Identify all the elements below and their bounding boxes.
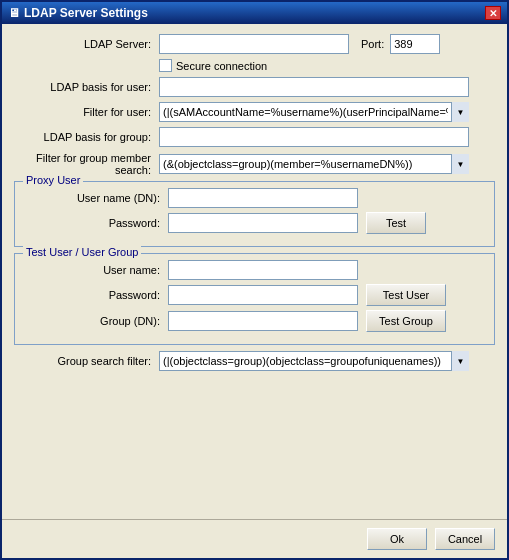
ldap-basis-user-label: LDAP basis for user: — [14, 81, 159, 93]
filter-user-row: Filter for user: ▼ — [14, 102, 495, 122]
filter-user-label: Filter for user: — [14, 106, 159, 118]
window-title: LDAP Server Settings — [24, 6, 148, 20]
test-password-row: Password: Test User — [23, 284, 486, 306]
ldap-basis-group-input[interactable] — [159, 127, 469, 147]
test-username-input[interactable] — [168, 260, 358, 280]
secure-checkbox[interactable] — [159, 59, 172, 72]
test-group-row: Group (DN): Test Group — [23, 310, 486, 332]
filter-group-dropdown-wrapper: ▼ — [159, 154, 469, 174]
ldap-basis-group-row: LDAP basis for group: — [14, 127, 495, 147]
test-group-label: Group (DN): — [23, 315, 168, 327]
filter-group-input[interactable] — [159, 154, 469, 174]
proxy-password-input[interactable] — [168, 213, 358, 233]
test-password-input[interactable] — [168, 285, 358, 305]
proxy-user-group-label: Proxy User — [23, 174, 83, 186]
group-search-input[interactable] — [159, 351, 469, 371]
proxy-password-row: Password: Test — [23, 212, 486, 234]
ldap-basis-group-label: LDAP basis for group: — [14, 131, 159, 143]
test-user-button[interactable]: Test User — [366, 284, 446, 306]
title-bar-text: 🖥 LDAP Server Settings — [8, 6, 148, 20]
group-search-row: Group search filter: ▼ — [14, 351, 495, 371]
ldap-server-row: LDAP Server: Port: — [14, 34, 495, 54]
test-username-label: User name: — [23, 264, 168, 276]
port-input[interactable] — [390, 34, 440, 54]
secure-label: Secure connection — [176, 60, 267, 72]
port-label: Port: — [361, 38, 384, 50]
ldap-server-input[interactable] — [159, 34, 349, 54]
group-search-label: Group search filter: — [14, 355, 159, 367]
proxy-password-label: Password: — [23, 217, 168, 229]
secure-row: Secure connection — [159, 59, 495, 72]
close-button[interactable]: ✕ — [485, 6, 501, 20]
filter-user-input[interactable] — [159, 102, 469, 122]
test-group-input[interactable] — [168, 311, 358, 331]
filter-group-dropdown-arrow[interactable]: ▼ — [451, 154, 469, 174]
proxy-test-button[interactable]: Test — [366, 212, 426, 234]
form-content: LDAP Server: Port: Secure connection LDA… — [2, 24, 507, 519]
group-search-dropdown-arrow[interactable]: ▼ — [451, 351, 469, 371]
ldap-basis-user-input[interactable] — [159, 77, 469, 97]
filter-user-dropdown-wrapper: ▼ — [159, 102, 469, 122]
test-password-label: Password: — [23, 289, 168, 301]
ldap-server-label: LDAP Server: — [14, 38, 159, 50]
test-username-row: User name: — [23, 260, 486, 280]
ok-button[interactable]: Ok — [367, 528, 427, 550]
ldap-basis-user-row: LDAP basis for user: — [14, 77, 495, 97]
test-group-button[interactable]: Test Group — [366, 310, 446, 332]
proxy-username-input[interactable] — [168, 188, 358, 208]
test-user-group-label: Test User / User Group — [23, 246, 141, 258]
ldap-settings-window: 🖥 LDAP Server Settings ✕ LDAP Server: Po… — [0, 0, 509, 560]
title-bar: 🖥 LDAP Server Settings ✕ — [2, 2, 507, 24]
server-row: Port: — [159, 34, 440, 54]
filter-group-label: Filter for group member search: — [14, 152, 159, 176]
proxy-user-group: Proxy User User name (DN): Password: Tes… — [14, 181, 495, 247]
footer: Ok Cancel — [2, 519, 507, 558]
group-search-dropdown-wrapper: ▼ — [159, 351, 469, 371]
filter-user-dropdown-arrow[interactable]: ▼ — [451, 102, 469, 122]
cancel-button[interactable]: Cancel — [435, 528, 495, 550]
proxy-username-label: User name (DN): — [23, 192, 168, 204]
filter-group-row: Filter for group member search: ▼ — [14, 152, 495, 176]
proxy-username-row: User name (DN): — [23, 188, 486, 208]
test-user-group: Test User / User Group User name: Passwo… — [14, 253, 495, 345]
window-icon: 🖥 — [8, 6, 20, 20]
